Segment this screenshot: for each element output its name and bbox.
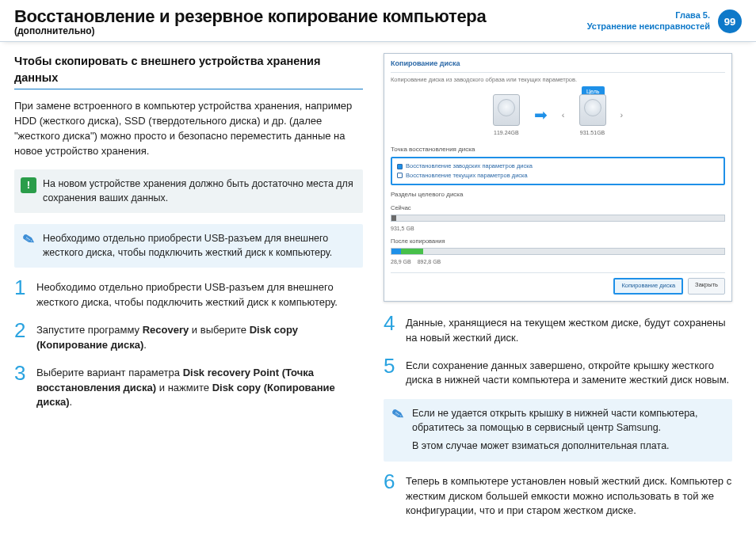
recovery-point-group: Восстановление заводских параметров диск… [391,157,725,186]
radio-current[interactable]: Восстановление текущих параметров диска [397,172,719,181]
page-subtitle: (дополнительно) [14,25,486,36]
service-note-callout: ✎ Если не удается открыть крышку в нижне… [384,399,732,462]
step-number: 1 [14,279,29,310]
drive-row: 119.24GB ➡ ‹ Цель 931.51GB › [391,89,725,140]
source-drive: 119.24GB [493,94,520,137]
step-number: 6 [384,473,398,519]
left-column: Чтобы скопировать с внешнего устройства … [14,53,363,530]
step-4-text: Данные, хранящиеся на текущем жестком ди… [406,314,732,346]
partitions-label: Разделы целевого диска [391,190,725,200]
note-icon: ✎ [19,231,38,250]
page-title: Восстановление и резервное копирование к… [14,6,486,27]
header-right: Глава 5. Устранение неисправностей 99 [587,6,742,33]
page-number-badge: 99 [718,10,742,33]
screenshot-subtitle: Копирование диска из заводского образа и… [391,76,725,85]
arrow-right-icon: ➡ [534,104,548,127]
step-2: 2 Запустите программу Recovery и выберит… [14,321,363,353]
copy-disk-button[interactable]: Копирование диска [613,278,683,295]
partition-after: После копирования 28,9 GB 892,8 GB [391,238,725,266]
screenshot-title: Копирование диска [391,59,725,73]
step-6: 6 Теперь в компьютере установлен новый ж… [384,473,732,519]
warning-callout: ! На новом устройстве хранения должно бы… [14,169,363,213]
close-button[interactable]: Закрыть [688,278,725,295]
hdd-icon [493,94,520,126]
radio-factory[interactable]: Восстановление заводских параметров диск… [397,162,719,171]
target-size: 931.51GB [579,129,606,137]
content-columns: Чтобы скопировать с внешнего устройства … [0,42,756,536]
app-screenshot: Копирование диска Копирование диска из з… [384,53,732,302]
step-3-text: Выберите вариант параметра Disk recovery… [36,364,363,411]
step-number: 3 [14,364,29,411]
page-header: Восстановление и резервное копирование к… [0,0,756,42]
step-2-text: Запустите программу Recovery и выберите … [36,321,363,353]
service-note-body: Если не удается открыть крышку в нижней … [412,407,724,454]
chapter-line2: Устранение неисправностей [587,21,710,32]
step-5: 5 Если сохранение данных завершено, откр… [384,357,732,389]
service-note-line2: В этом случае может взиматься дополнител… [412,439,724,454]
chapter-line1: Глава 5. [587,10,710,21]
right-column: Копирование диска Копирование диска из з… [384,53,732,530]
step-5-text: Если сохранение данных завершено, открой… [406,357,732,389]
partition-now: Сейчас 931,5 GB [391,204,725,233]
step-number: 2 [14,321,29,353]
source-size: 119.24GB [493,129,520,137]
warning-text: На новом устройстве хранения должно быть… [43,177,355,205]
header-left: Восстановление и резервное копирование к… [14,6,486,36]
target-drive: Цель 931.51GB [579,94,606,137]
chapter-label: Глава 5. Устранение неисправностей [587,10,710,32]
exclaim-icon: ! [21,177,36,193]
step-1-text: Необходимо отдельно приобрести USB-разъе… [36,279,363,310]
step-number: 4 [384,314,398,346]
step-3: 3 Выберите вариант параметра Disk recove… [14,364,363,411]
step-1: 1 Необходимо отдельно приобрести USB-раз… [14,279,363,310]
chevron-right-icon[interactable]: › [620,109,624,122]
info-callout: ✎ Необходимо отдельно приобрести USB-раз… [14,224,363,268]
intro-paragraph: При замене встроенного в компьютер устро… [14,99,363,158]
recovery-point-label: Точка восстановления диска [391,145,725,154]
hdd-icon [579,94,606,126]
step-number: 5 [384,357,398,389]
step-6-text: Теперь в компьютере установлен новый жес… [406,473,732,519]
note-icon: ✎ [388,405,407,424]
chevron-left-icon[interactable]: ‹ [562,109,565,122]
section-heading: Чтобы скопировать с внешнего устройства … [14,53,363,89]
service-note-line1: Если не удается открыть крышку в нижней … [412,407,724,435]
info-text: Необходимо отдельно приобрести USB-разъе… [43,232,355,260]
screenshot-footer: Копирование диска Закрыть [391,272,725,295]
step-4: 4 Данные, хранящиеся на текущем жестком … [384,314,732,346]
